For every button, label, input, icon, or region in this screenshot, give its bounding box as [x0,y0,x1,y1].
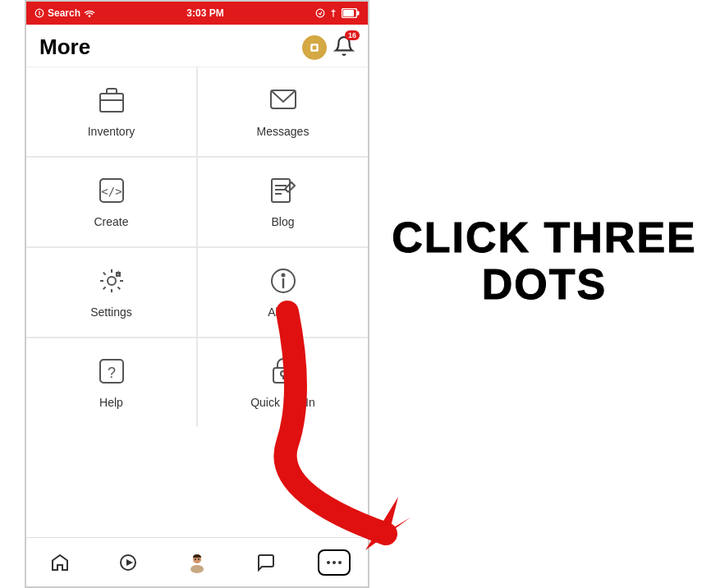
app-header: More 16 [26,25,368,67]
status-bar: Search 3:03 PM [26,2,368,25]
about-icon [268,266,298,299]
svg-point-2 [316,9,324,17]
svg-point-37 [333,561,336,564]
svg-point-23 [282,274,284,277]
svg-text:?: ? [107,365,115,381]
svg-marker-30 [126,559,133,566]
svg-text:</>: </> [101,185,122,198]
nav-play[interactable] [112,549,144,576]
settings-label: Settings [90,305,132,319]
svg-point-36 [327,561,330,564]
svg-point-38 [338,561,342,564]
inventory-label: Inventory [88,125,135,138]
svg-rect-7 [313,45,317,49]
blog-label: Blog [271,215,294,228]
menu-item-help[interactable]: ? Help [26,338,196,427]
status-time: 3:03 PM [186,7,223,19]
menu-item-blog[interactable]: Blog [198,158,368,246]
nav-avatar[interactable] [179,548,215,577]
svg-point-18 [108,277,116,285]
svg-rect-4 [356,11,359,16]
header-icons: 16 [302,35,355,60]
svg-point-1 [89,15,91,17]
svg-text:✦: ✦ [115,269,122,278]
messages-icon [268,85,298,118]
menu-item-messages[interactable]: Messages [198,67,368,156]
blog-icon [268,176,298,209]
play-icon [118,553,138,572]
page-title: More [39,34,90,60]
menu-item-create[interactable]: </> Create [26,158,196,246]
status-bar-left: Search [34,7,95,19]
svg-point-34 [195,558,196,560]
menu-item-inventory[interactable]: Inventory [26,67,196,156]
svg-rect-8 [100,94,123,112]
create-label: Create [94,215,128,228]
avatar-icon [186,551,209,574]
status-bar-right [315,8,360,18]
annotation-text-line1: CLICK THREE [392,214,697,261]
menu-item-settings[interactable]: ✦ Settings [26,248,196,337]
svg-line-17 [285,189,288,192]
messages-label: Messages [257,125,310,138]
home-icon [50,553,70,572]
robux-icon[interactable] [302,35,327,60]
svg-rect-5 [343,10,354,16]
notification-icon[interactable]: 16 [333,35,355,60]
svg-point-32 [190,565,204,573]
inventory-icon [97,85,126,118]
nav-home[interactable] [44,549,76,576]
status-search: Search [48,7,80,19]
notification-badge: 16 [345,30,360,40]
arrow-annotation [238,296,501,558]
svg-point-35 [198,558,200,560]
settings-icon: ✦ [97,266,126,299]
create-icon: </> [97,176,126,209]
help-label: Help [99,396,123,409]
help-icon: ? [97,356,126,389]
